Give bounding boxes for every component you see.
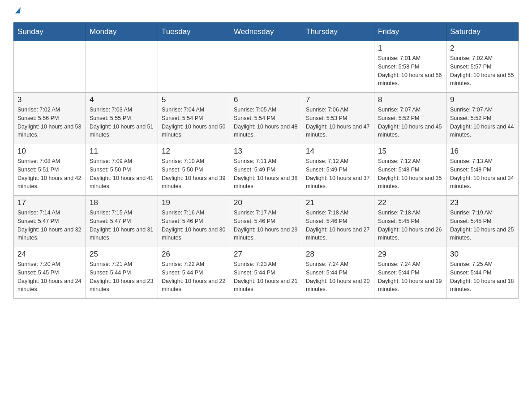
- day-number: 11: [90, 147, 154, 156]
- calendar-cell: 20Sunrise: 7:17 AMSunset: 5:46 PMDayligh…: [230, 196, 302, 247]
- day-number: 2: [450, 44, 515, 53]
- day-info: Sunrise: 7:09 AMSunset: 5:50 PMDaylight:…: [90, 157, 154, 191]
- day-number: 13: [234, 147, 298, 156]
- day-of-week-header: Thursday: [302, 23, 374, 41]
- day-number: 25: [90, 250, 154, 259]
- day-number: 22: [378, 198, 442, 207]
- day-number: 26: [162, 250, 226, 259]
- calendar-cell: 15Sunrise: 7:12 AMSunset: 5:48 PMDayligh…: [374, 144, 446, 196]
- calendar-cell: 22Sunrise: 7:18 AMSunset: 5:45 PMDayligh…: [374, 196, 446, 247]
- calendar-cell: 26Sunrise: 7:22 AMSunset: 5:44 PMDayligh…: [158, 247, 230, 299]
- calendar-cell: 11Sunrise: 7:09 AMSunset: 5:50 PMDayligh…: [86, 144, 158, 196]
- calendar-week-row: 24Sunrise: 7:20 AMSunset: 5:45 PMDayligh…: [14, 247, 519, 299]
- day-number: 8: [378, 95, 442, 104]
- day-of-week-header: Wednesday: [230, 23, 302, 41]
- calendar-cell: [230, 41, 302, 93]
- day-of-week-header: Saturday: [446, 23, 519, 41]
- calendar-cell: 30Sunrise: 7:25 AMSunset: 5:44 PMDayligh…: [446, 247, 519, 299]
- day-info: Sunrise: 7:07 AMSunset: 5:52 PMDaylight:…: [378, 106, 442, 139]
- day-info: Sunrise: 7:02 AMSunset: 5:57 PMDaylight:…: [450, 54, 515, 88]
- day-info: Sunrise: 7:22 AMSunset: 5:44 PMDaylight:…: [162, 260, 226, 294]
- calendar-cell: 14Sunrise: 7:12 AMSunset: 5:49 PMDayligh…: [302, 144, 374, 196]
- day-info: Sunrise: 7:23 AMSunset: 5:44 PMDaylight:…: [234, 260, 298, 294]
- calendar-cell: 24Sunrise: 7:20 AMSunset: 5:45 PMDayligh…: [14, 247, 86, 299]
- day-number: 21: [306, 198, 370, 207]
- day-number: 16: [450, 147, 515, 156]
- day-number: 18: [90, 198, 154, 207]
- calendar-cell: 29Sunrise: 7:24 AMSunset: 5:44 PMDayligh…: [374, 247, 446, 299]
- page-header: [13, 9, 519, 13]
- day-info: Sunrise: 7:12 AMSunset: 5:49 PMDaylight:…: [306, 157, 370, 191]
- day-info: Sunrise: 7:04 AMSunset: 5:54 PMDaylight:…: [162, 106, 226, 139]
- day-info: Sunrise: 7:19 AMSunset: 5:45 PMDaylight:…: [450, 209, 515, 242]
- calendar-cell: 1Sunrise: 7:01 AMSunset: 5:58 PMDaylight…: [374, 41, 446, 93]
- day-info: Sunrise: 7:20 AMSunset: 5:45 PMDaylight:…: [17, 260, 82, 294]
- day-info: Sunrise: 7:07 AMSunset: 5:52 PMDaylight:…: [450, 106, 515, 139]
- day-number: 24: [17, 250, 82, 259]
- calendar-table: SundayMondayTuesdayWednesdayThursdayFrid…: [13, 22, 519, 299]
- day-info: Sunrise: 7:24 AMSunset: 5:44 PMDaylight:…: [378, 260, 442, 294]
- day-info: Sunrise: 7:01 AMSunset: 5:58 PMDaylight:…: [378, 54, 442, 88]
- day-number: 6: [234, 95, 298, 104]
- calendar-cell: [14, 41, 86, 93]
- calendar-cell: 8Sunrise: 7:07 AMSunset: 5:52 PMDaylight…: [374, 93, 446, 144]
- calendar-cell: [158, 41, 230, 93]
- calendar-cell: 13Sunrise: 7:11 AMSunset: 5:49 PMDayligh…: [230, 144, 302, 196]
- day-number: 23: [450, 198, 515, 207]
- day-of-week-header: Monday: [86, 23, 158, 41]
- calendar-week-row: 10Sunrise: 7:08 AMSunset: 5:51 PMDayligh…: [14, 144, 519, 196]
- calendar-cell: [302, 41, 374, 93]
- calendar-cell: 3Sunrise: 7:02 AMSunset: 5:56 PMDaylight…: [14, 93, 86, 144]
- day-of-week-header: Friday: [374, 23, 446, 41]
- calendar-cell: 9Sunrise: 7:07 AMSunset: 5:52 PMDaylight…: [446, 93, 519, 144]
- day-number: 10: [17, 147, 82, 156]
- calendar-cell: 12Sunrise: 7:10 AMSunset: 5:50 PMDayligh…: [158, 144, 230, 196]
- day-number: 15: [378, 147, 442, 156]
- calendar-cell: 6Sunrise: 7:05 AMSunset: 5:54 PMDaylight…: [230, 93, 302, 144]
- day-number: 4: [90, 95, 154, 104]
- day-of-week-header: Tuesday: [158, 23, 230, 41]
- day-number: 1: [378, 44, 442, 53]
- day-info: Sunrise: 7:02 AMSunset: 5:56 PMDaylight:…: [17, 106, 82, 139]
- day-info: Sunrise: 7:25 AMSunset: 5:44 PMDaylight:…: [450, 260, 515, 294]
- calendar-cell: 21Sunrise: 7:18 AMSunset: 5:46 PMDayligh…: [302, 196, 374, 247]
- calendar-cell: 18Sunrise: 7:15 AMSunset: 5:47 PMDayligh…: [86, 196, 158, 247]
- logo: [13, 9, 20, 13]
- day-number: 29: [378, 250, 442, 259]
- day-info: Sunrise: 7:16 AMSunset: 5:46 PMDaylight:…: [162, 209, 226, 242]
- day-number: 17: [17, 198, 82, 207]
- day-info: Sunrise: 7:05 AMSunset: 5:54 PMDaylight:…: [234, 106, 298, 139]
- day-info: Sunrise: 7:18 AMSunset: 5:45 PMDaylight:…: [378, 209, 442, 242]
- day-info: Sunrise: 7:18 AMSunset: 5:46 PMDaylight:…: [306, 209, 370, 242]
- calendar-cell: 28Sunrise: 7:24 AMSunset: 5:44 PMDayligh…: [302, 247, 374, 299]
- day-info: Sunrise: 7:15 AMSunset: 5:47 PMDaylight:…: [90, 209, 154, 242]
- calendar-cell: 19Sunrise: 7:16 AMSunset: 5:46 PMDayligh…: [158, 196, 230, 247]
- day-info: Sunrise: 7:11 AMSunset: 5:49 PMDaylight:…: [234, 157, 298, 191]
- calendar-cell: 2Sunrise: 7:02 AMSunset: 5:57 PMDaylight…: [446, 41, 519, 93]
- calendar-week-row: 3Sunrise: 7:02 AMSunset: 5:56 PMDaylight…: [14, 93, 519, 144]
- day-info: Sunrise: 7:21 AMSunset: 5:44 PMDaylight:…: [90, 260, 154, 294]
- day-number: 9: [450, 95, 515, 104]
- day-of-week-header: Sunday: [14, 23, 86, 41]
- day-number: 12: [162, 147, 226, 156]
- day-number: 7: [306, 95, 370, 104]
- day-number: 5: [162, 95, 226, 104]
- calendar-cell: 27Sunrise: 7:23 AMSunset: 5:44 PMDayligh…: [230, 247, 302, 299]
- day-info: Sunrise: 7:12 AMSunset: 5:48 PMDaylight:…: [378, 157, 442, 191]
- day-info: Sunrise: 7:03 AMSunset: 5:55 PMDaylight:…: [90, 106, 154, 139]
- calendar-week-row: 17Sunrise: 7:14 AMSunset: 5:47 PMDayligh…: [14, 196, 519, 247]
- day-number: 14: [306, 147, 370, 156]
- day-info: Sunrise: 7:17 AMSunset: 5:46 PMDaylight:…: [234, 209, 298, 242]
- day-number: 30: [450, 250, 515, 259]
- day-info: Sunrise: 7:08 AMSunset: 5:51 PMDaylight:…: [17, 157, 82, 191]
- calendar-cell: 25Sunrise: 7:21 AMSunset: 5:44 PMDayligh…: [86, 247, 158, 299]
- day-number: 19: [162, 198, 226, 207]
- day-info: Sunrise: 7:24 AMSunset: 5:44 PMDaylight:…: [306, 260, 370, 294]
- day-info: Sunrise: 7:06 AMSunset: 5:53 PMDaylight:…: [306, 106, 370, 139]
- calendar-header-row: SundayMondayTuesdayWednesdayThursdayFrid…: [14, 23, 519, 41]
- calendar-cell: 16Sunrise: 7:13 AMSunset: 5:48 PMDayligh…: [446, 144, 519, 196]
- day-info: Sunrise: 7:14 AMSunset: 5:47 PMDaylight:…: [17, 209, 82, 242]
- day-number: 20: [234, 198, 298, 207]
- day-number: 28: [306, 250, 370, 259]
- day-number: 3: [17, 95, 82, 104]
